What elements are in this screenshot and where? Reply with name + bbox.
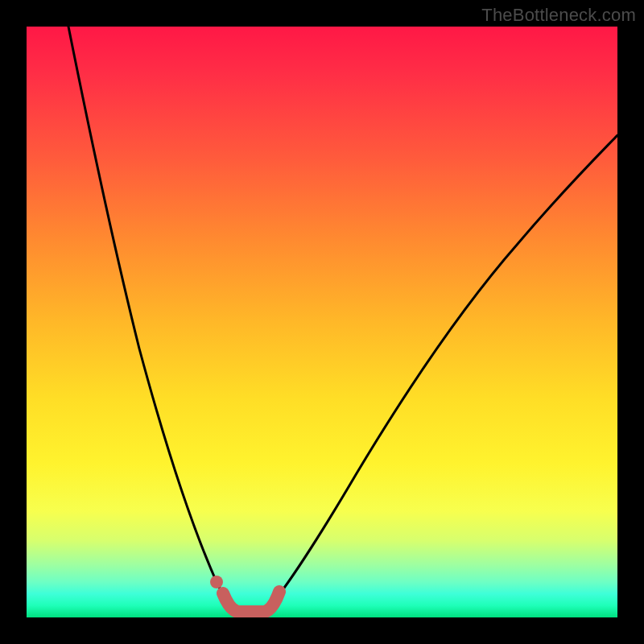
watermark-label: TheBottleneck.com bbox=[481, 5, 636, 26]
highlight-dot bbox=[210, 576, 223, 588]
curve-right-branch bbox=[268, 135, 617, 609]
chart-frame: TheBottleneck.com bbox=[0, 0, 644, 644]
plot-area bbox=[27, 27, 617, 617]
curve-left-branch bbox=[68, 27, 233, 609]
bottleneck-highlight bbox=[210, 576, 279, 612]
highlight-u bbox=[223, 592, 279, 612]
bottleneck-curve bbox=[27, 27, 617, 617]
